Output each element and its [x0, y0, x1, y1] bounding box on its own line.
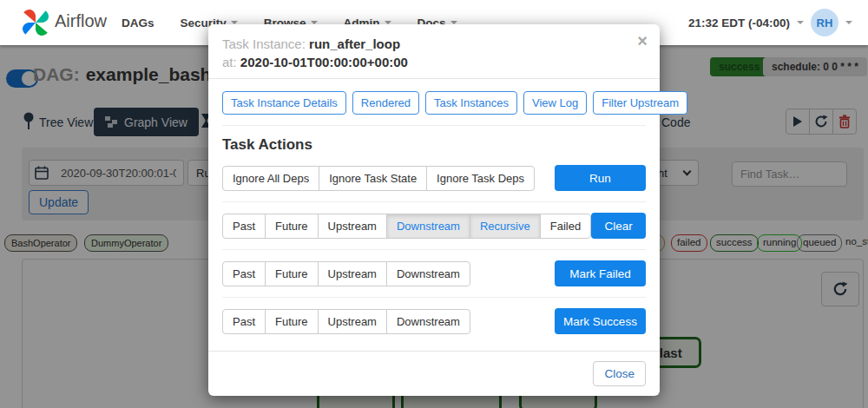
view-log-button[interactable]: View Log	[523, 91, 587, 115]
airflow-logo-icon	[21, 8, 50, 37]
option-ignore-task-state[interactable]: Ignore Task State	[319, 166, 427, 191]
task-link-buttons: Task Instance Details Rendered Task Inst…	[222, 91, 646, 115]
option-past[interactable]: Past	[222, 261, 266, 286]
user-avatar[interactable]: RH	[811, 9, 838, 36]
modal-header: Task Instance: run_after_loop at: 2020-1…	[208, 24, 660, 79]
caret-down-icon	[797, 21, 804, 24]
menu-dags[interactable]: DAGs	[122, 16, 155, 30]
option-upstream[interactable]: Upstream	[318, 309, 387, 334]
modal-title-label: Task Instance:	[222, 36, 306, 51]
option-ignore-task-deps[interactable]: Ignore Task Deps	[426, 166, 535, 191]
option-downstream[interactable]: Downstream	[386, 261, 470, 286]
filter-upstream-button[interactable]: Filter Upstream	[593, 91, 687, 115]
task-actions-heading: Task Actions	[222, 136, 646, 154]
run-button[interactable]: Run	[555, 165, 646, 191]
option-downstream[interactable]: Downstream	[386, 309, 470, 334]
option-failed[interactable]: Failed	[540, 214, 591, 239]
mark-success-options-group: Past Future Upstream Downstream	[222, 309, 470, 334]
rendered-button[interactable]: Rendered	[352, 91, 419, 115]
caret-down-icon	[845, 21, 852, 24]
option-future[interactable]: Future	[265, 309, 319, 334]
mark-failed-options-group: Past Future Upstream Downstream	[222, 261, 470, 286]
option-upstream[interactable]: Upstream	[318, 261, 387, 286]
option-ignore-all-deps[interactable]: Ignore All Deps	[222, 166, 319, 191]
modal-title-value: run_after_loop	[309, 36, 400, 51]
close-button[interactable]: Close	[593, 361, 646, 386]
modal-subtitle: at: 2020-10-01T00:00:00+00:00	[222, 53, 646, 71]
modal-footer: Close	[208, 351, 660, 396]
close-icon[interactable]: ×	[637, 31, 648, 51]
option-downstream-active[interactable]: Downstream	[386, 214, 470, 239]
clear-button[interactable]: Clear	[591, 213, 646, 239]
modal-subtitle-value: 2020-10-01T00:00:00+00:00	[240, 55, 408, 69]
task-instance-details-button[interactable]: Task Instance Details	[222, 91, 346, 115]
run-options-group: Ignore All Deps Ignore Task State Ignore…	[222, 166, 535, 191]
modal-title: Task Instance: run_after_loop	[222, 35, 646, 53]
mark-success-action-row: Past Future Upstream Downstream Mark Suc…	[222, 308, 646, 334]
menu-dags-label: DAGs	[122, 16, 155, 30]
option-future[interactable]: Future	[265, 214, 319, 239]
mark-failed-action-row: Past Future Upstream Downstream Mark Fai…	[222, 260, 646, 286]
option-past[interactable]: Past	[222, 214, 266, 239]
option-future[interactable]: Future	[265, 261, 319, 286]
brand-name[interactable]: Airflow	[55, 11, 107, 31]
option-upstream[interactable]: Upstream	[318, 214, 387, 239]
clock-display[interactable]: 21:32 EDT (-04:00)	[688, 16, 790, 30]
option-past[interactable]: Past	[222, 309, 266, 334]
mark-success-button[interactable]: Mark Success	[555, 308, 646, 334]
task-instances-button[interactable]: Task Instances	[425, 91, 517, 115]
modal-body: Task Instance Details Rendered Task Inst…	[208, 79, 660, 334]
task-instance-modal: Task Instance: run_after_loop at: 2020-1…	[208, 24, 660, 396]
clear-action-row: Past Future Upstream Downstream Recursiv…	[222, 213, 646, 239]
mark-failed-button[interactable]: Mark Failed	[555, 260, 646, 286]
navbar-right: 21:32 EDT (-04:00) RH	[688, 0, 852, 45]
option-recursive-active[interactable]: Recursive	[470, 214, 541, 239]
run-action-row: Ignore All Deps Ignore Task State Ignore…	[222, 165, 646, 191]
modal-subtitle-label: at:	[222, 55, 237, 69]
clear-options-group: Past Future Upstream Downstream Recursiv…	[222, 214, 591, 239]
